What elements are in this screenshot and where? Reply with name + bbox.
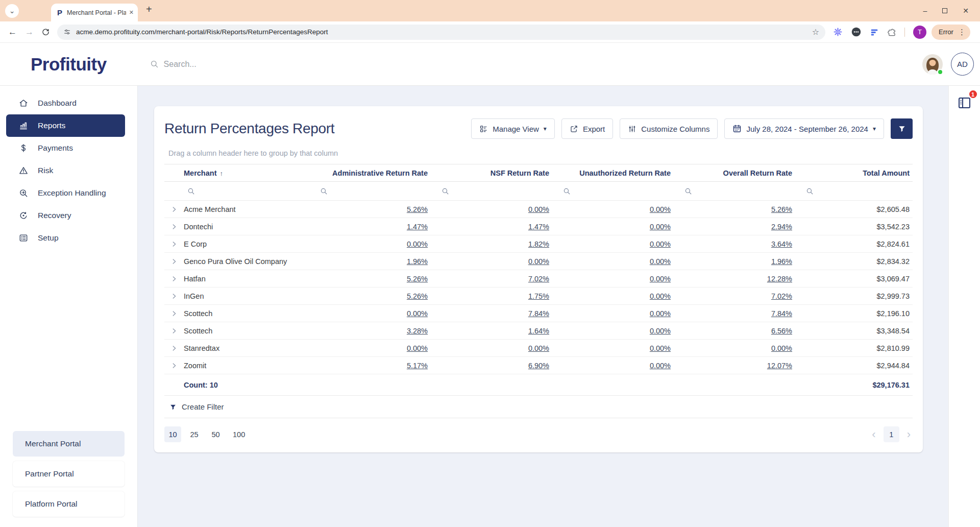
nsf-rate-link[interactable]: 1.47% bbox=[528, 223, 549, 231]
filter-cell-nsf[interactable] bbox=[438, 187, 559, 195]
browser-error-menu[interactable]: Error ⋮ bbox=[932, 25, 970, 40]
previous-page-button[interactable]: ‹ bbox=[872, 429, 875, 440]
filter-cell-administrative[interactable] bbox=[316, 187, 438, 195]
unauthorized-rate-link[interactable]: 0.00% bbox=[650, 257, 671, 266]
forward-button[interactable]: → bbox=[25, 27, 34, 37]
account-initials-button[interactable]: AD bbox=[951, 53, 974, 76]
notifications-panel-button[interactable]: 1 bbox=[956, 94, 973, 111]
window-minimize-button[interactable]: – bbox=[923, 7, 927, 14]
nsf-rate-link[interactable]: 7.02% bbox=[528, 275, 549, 283]
table-row[interactable]: Acme Merchant5.26%0.00%0.00%5.26%$2,605.… bbox=[164, 201, 913, 218]
row-expand-icon[interactable] bbox=[170, 293, 178, 300]
create-filter-button[interactable]: Create Filter bbox=[164, 396, 913, 418]
unauthorized-rate-link[interactable]: 0.00% bbox=[650, 223, 671, 231]
nsf-rate-link[interactable]: 1.64% bbox=[528, 327, 549, 335]
row-expand-icon[interactable] bbox=[170, 327, 178, 334]
unauthorized-rate-link[interactable]: 0.00% bbox=[650, 362, 671, 370]
nsf-rate-link[interactable]: 0.00% bbox=[528, 205, 549, 213]
administrative-rate-link[interactable]: 0.00% bbox=[407, 309, 428, 318]
column-header-overall-return-rate[interactable]: Overall Return Rate bbox=[681, 169, 802, 177]
manage-view-button[interactable]: Manage View ▾ bbox=[471, 118, 555, 139]
new-tab-button[interactable]: + bbox=[146, 4, 152, 15]
table-row[interactable]: Hatfan5.26%7.02%0.00%12.28%$3,069.47 bbox=[164, 270, 913, 288]
filter-button[interactable] bbox=[891, 118, 913, 139]
sidebar-item-setup[interactable]: Setup bbox=[6, 227, 125, 249]
administrative-rate-link[interactable]: 1.96% bbox=[407, 257, 428, 266]
administrative-rate-link[interactable]: 3.28% bbox=[407, 327, 428, 335]
chat-dots-extension-icon[interactable] bbox=[851, 27, 862, 37]
nsf-rate-link[interactable]: 7.84% bbox=[528, 309, 549, 318]
column-header-nsf-return-rate[interactable]: NSF Return Rate bbox=[438, 169, 559, 177]
row-expand-icon[interactable] bbox=[170, 206, 178, 213]
administrative-rate-link[interactable]: 5.26% bbox=[407, 205, 428, 213]
reload-button[interactable] bbox=[41, 28, 50, 36]
bookmark-star-icon[interactable]: ☆ bbox=[812, 27, 819, 37]
unauthorized-rate-link[interactable]: 0.00% bbox=[650, 240, 671, 248]
table-row[interactable]: E Corp0.00%1.82%0.00%3.64%$2,824.61 bbox=[164, 235, 913, 253]
overall-rate-link[interactable]: 6.56% bbox=[771, 327, 792, 335]
overall-rate-link[interactable]: 7.84% bbox=[771, 309, 792, 318]
filter-cell-total[interactable] bbox=[802, 187, 913, 195]
administrative-rate-link[interactable]: 0.00% bbox=[407, 344, 428, 352]
page-size-50[interactable]: 50 bbox=[207, 426, 224, 442]
table-row[interactable]: Zoomit5.17%6.90%0.00%12.07%$2,944.84 bbox=[164, 357, 913, 374]
kebab-menu-icon[interactable]: ⋮ bbox=[958, 28, 966, 37]
overall-rate-link[interactable]: 7.02% bbox=[771, 292, 792, 300]
overall-rate-link[interactable]: 0.00% bbox=[771, 344, 792, 352]
back-button[interactable]: ← bbox=[8, 27, 17, 37]
table-row[interactable]: InGen5.26%1.75%0.00%7.02%$2,999.73 bbox=[164, 288, 913, 305]
row-expand-icon[interactable] bbox=[170, 275, 178, 282]
portal-button-platform-portal[interactable]: Platform Portal bbox=[13, 491, 125, 517]
column-header-unauthorized-return-rate[interactable]: Unauthorized Return Rate bbox=[559, 169, 681, 177]
nsf-rate-link[interactable]: 1.75% bbox=[528, 292, 549, 300]
overall-rate-link[interactable]: 12.28% bbox=[767, 275, 792, 283]
sidebar-item-dashboard[interactable]: Dashboard bbox=[6, 92, 125, 114]
portal-button-partner-portal[interactable]: Partner Portal bbox=[13, 461, 125, 487]
administrative-rate-link[interactable]: 1.47% bbox=[407, 223, 428, 231]
column-header-total-amount[interactable]: Total Amount bbox=[802, 169, 913, 177]
table-row[interactable]: Scottech3.28%1.64%0.00%6.56%$3,348.54 bbox=[164, 322, 913, 340]
administrative-rate-link[interactable]: 5.17% bbox=[407, 362, 428, 370]
overall-rate-link[interactable]: 1.96% bbox=[771, 257, 792, 266]
page-size-10[interactable]: 10 bbox=[164, 426, 181, 442]
column-header-administrative-return-rate[interactable]: Administrative Return Rate bbox=[316, 169, 438, 177]
window-close-button[interactable]: ✕ bbox=[963, 7, 969, 14]
row-expand-icon[interactable] bbox=[170, 241, 178, 248]
unauthorized-rate-link[interactable]: 0.00% bbox=[650, 292, 671, 300]
unauthorized-rate-link[interactable]: 0.00% bbox=[650, 309, 671, 318]
date-range-button[interactable]: July 28, 2024 - September 26, 2024 ▾ bbox=[724, 118, 884, 139]
column-header-merchant[interactable]: Merchant↑ bbox=[184, 169, 316, 177]
row-expand-icon[interactable] bbox=[170, 258, 178, 265]
export-button[interactable]: Export bbox=[561, 118, 613, 139]
filter-cell-merchant[interactable] bbox=[184, 187, 316, 195]
table-row[interactable]: Stanredtax0.00%0.00%0.00%0.00%$2,810.99 bbox=[164, 340, 913, 357]
customize-columns-button[interactable]: Customize Columns bbox=[620, 118, 718, 139]
unauthorized-rate-link[interactable]: 0.00% bbox=[650, 327, 671, 335]
nsf-rate-link[interactable]: 1.82% bbox=[528, 240, 549, 248]
current-page-button[interactable]: 1 bbox=[884, 426, 899, 442]
browser-tab[interactable]: P Merchant Portal - PlatformNext ✕ bbox=[51, 4, 138, 21]
overall-rate-link[interactable]: 12.07% bbox=[767, 362, 792, 370]
unauthorized-rate-link[interactable]: 0.00% bbox=[650, 344, 671, 352]
nsf-rate-link[interactable]: 6.90% bbox=[528, 362, 549, 370]
extensions-puzzle-icon[interactable] bbox=[887, 28, 896, 37]
bars-extension-icon[interactable] bbox=[870, 28, 879, 37]
overall-rate-link[interactable]: 3.64% bbox=[771, 240, 792, 248]
search-input[interactable] bbox=[164, 60, 327, 69]
user-avatar[interactable] bbox=[922, 54, 943, 75]
tab-close-icon[interactable]: ✕ bbox=[129, 9, 134, 16]
overall-rate-link[interactable]: 2.94% bbox=[771, 223, 792, 231]
table-row[interactable]: Dontechi1.47%1.47%0.00%2.94%$3,542.23 bbox=[164, 218, 913, 235]
unauthorized-rate-link[interactable]: 0.00% bbox=[650, 275, 671, 283]
sidebar-item-payments[interactable]: Payments bbox=[6, 137, 125, 159]
nsf-rate-link[interactable]: 0.00% bbox=[528, 344, 549, 352]
administrative-rate-link[interactable]: 0.00% bbox=[407, 240, 428, 248]
administrative-rate-link[interactable]: 5.26% bbox=[407, 292, 428, 300]
sidebar-item-reports[interactable]: Reports bbox=[6, 114, 125, 137]
row-expand-icon[interactable] bbox=[170, 223, 178, 230]
filter-cell-overall[interactable] bbox=[681, 187, 802, 195]
table-row[interactable]: Scottech0.00%7.84%0.00%7.84%$2,196.10 bbox=[164, 305, 913, 322]
row-expand-icon[interactable] bbox=[170, 345, 178, 352]
unauthorized-rate-link[interactable]: 0.00% bbox=[650, 205, 671, 213]
site-info-icon[interactable] bbox=[63, 28, 71, 36]
